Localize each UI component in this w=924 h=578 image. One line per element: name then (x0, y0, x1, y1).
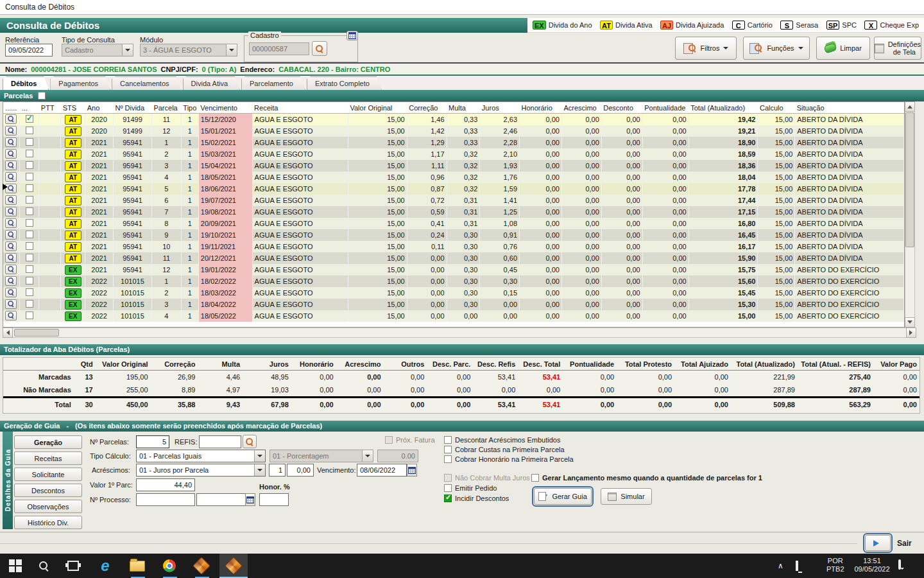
row-detail-button[interactable] (5, 149, 17, 159)
vertical-scrollbar[interactable] (905, 101, 915, 328)
table-row[interactable]: AT2021959414118/05/2021AGUA E ESGOTO15,0… (3, 171, 904, 183)
guia-checkbox-2[interactable]: Cobrar Honorário na Primeira Parcela (444, 455, 574, 463)
task-view-button[interactable] (65, 558, 81, 574)
acrescimos-qtd-input[interactable]: 1 (269, 464, 286, 477)
guia-side-button-solicitante[interactable]: Solicitante (14, 468, 82, 481)
row-detail-button[interactable] (5, 126, 17, 136)
refis-input[interactable] (199, 435, 241, 448)
refis-search-button[interactable] (243, 435, 257, 448)
row-checkbox[interactable] (26, 311, 33, 319)
row-checkbox[interactable] (26, 115, 33, 123)
honor-input[interactable] (259, 493, 289, 506)
taskbar-ie-button[interactable]: e (98, 558, 113, 574)
row-checkbox[interactable] (26, 300, 33, 308)
guia-checkbox-3[interactable]: Não Cobrar Multa Juros (444, 474, 530, 482)
row-detail-button[interactable] (5, 207, 17, 216)
table-row[interactable]: EX20221010152118/03/2022AGUA E ESGOTO15,… (3, 287, 904, 299)
n-parcelas-input[interactable]: 5 (136, 435, 169, 448)
tipo-calculo-select[interactable]: 01 - Parcelas Iguais (136, 450, 266, 462)
guia-checkbox-0[interactable]: Descontar Acréscimos Embutidos (444, 436, 560, 444)
table-row[interactable]: AT2021959419119/10/2021AGUA E ESGOTO15,0… (3, 229, 904, 241)
vencimento-input[interactable]: 08/06/2022 (357, 464, 407, 477)
row-checkbox[interactable] (26, 150, 33, 157)
language-indicator[interactable]: POR PTB2 (826, 557, 844, 574)
tab-divida-ativa[interactable]: Divida Ativa (183, 76, 240, 90)
filtros-button[interactable]: Filtros (675, 37, 737, 60)
row-detail-button[interactable] (5, 172, 17, 182)
row-detail-button[interactable] (5, 253, 17, 263)
guia-side-button-receitas[interactable]: Receitas (14, 451, 82, 465)
taskbar-app1-button[interactable] (194, 558, 209, 574)
guia-side-button-observa-es[interactable]: Observações (14, 500, 82, 513)
table-row[interactable]: EX20221010154118/05/2022AGUA E ESGOTO15,… (3, 310, 904, 322)
sair-button[interactable] (865, 535, 891, 551)
modulo-select[interactable]: 3 - ÁGUA E ESGOTO (140, 44, 237, 57)
funcoes-button[interactable]: Funções (743, 37, 810, 60)
row-checkbox[interactable] (26, 184, 33, 192)
clock[interactable]: 13:51 09/05/2022 (851, 557, 893, 574)
taskbar-explorer-button[interactable] (130, 558, 145, 574)
table-row[interactable]: AT2021959415118/06/2021AGUA E ESGOTO15,0… (3, 183, 904, 195)
prox-fatura-checkbox[interactable]: Próx. Fatura (385, 436, 435, 444)
row-detail-button[interactable] (5, 241, 17, 251)
processo-calendar-button[interactable] (245, 493, 255, 506)
row-detail-button[interactable] (5, 265, 17, 274)
scroll-right-button[interactable] (906, 328, 916, 338)
row-detail-button[interactable] (5, 195, 17, 205)
row-detail-button[interactable] (5, 299, 17, 309)
table-row[interactable]: EX20221010153118/04/2022AGUA E ESGOTO15,… (3, 299, 904, 310)
acrescimos-valor-input[interactable]: 0,00 (287, 464, 314, 477)
row-checkbox[interactable] (26, 219, 33, 227)
table-row[interactable]: AT2021959412115/03/2021AGUA E ESGOTO15,0… (3, 148, 904, 160)
row-checkbox[interactable] (26, 127, 33, 134)
porcentagem-valor-input[interactable]: 0.00 (377, 450, 418, 462)
cadastro-input[interactable]: 000000587 (249, 42, 309, 55)
row-checkbox[interactable] (26, 265, 33, 273)
row-checkbox[interactable] (26, 173, 33, 180)
scroll-up-button[interactable] (905, 101, 915, 112)
guia-checkbox-1[interactable]: Cobrar Custas na Primeira Parcela (444, 446, 565, 453)
vencimento-calendar-button[interactable] (407, 464, 417, 477)
table-row[interactable]: AT2021959416119/07/2021AGUA E ESGOTO15,0… (3, 195, 904, 206)
row-checkbox[interactable] (26, 196, 33, 204)
tab-parcelamento[interactable]: Parcelamento (241, 76, 305, 90)
taskbar-search-button[interactable] (36, 558, 51, 574)
guia-side-button-descontos[interactable]: Descontos (14, 484, 82, 497)
row-checkbox[interactable] (26, 207, 33, 215)
parcelas-checkbox[interactable] (38, 92, 46, 100)
simular-button[interactable]: Simular (601, 488, 652, 505)
acrescimos-select[interactable]: 01 - Juros por Parcela (136, 464, 266, 477)
start-button[interactable] (8, 558, 23, 574)
notification-center-icon[interactable] (898, 561, 901, 568)
guia-checkbox-4[interactable]: Gerar Lançamento mesmo quando a quantida… (531, 474, 762, 482)
processo-input[interactable] (136, 493, 195, 506)
cadastro-list-button[interactable] (346, 31, 358, 40)
row-checkbox[interactable] (26, 138, 33, 146)
valor-parc-input[interactable]: 44,40 (136, 478, 195, 491)
row-detail-button[interactable] (5, 218, 17, 228)
scroll-down-button[interactable] (905, 317, 915, 328)
row-detail-button[interactable] (5, 311, 17, 320)
guia-side-button-hist-rico-div-[interactable]: Histórico Div. (14, 516, 82, 529)
tipo-consulta-select[interactable]: Cadastro (62, 44, 133, 57)
scroll-left-button[interactable] (3, 328, 13, 338)
table-row[interactable]: AT20219594111120/12/2021AGUA E ESGOTO15,… (3, 252, 904, 264)
row-detail-button[interactable] (5, 114, 17, 124)
cadastro-search-button[interactable] (312, 41, 327, 56)
row-checkbox[interactable] (26, 254, 33, 261)
table-row[interactable]: AT2021959411115/02/2021AGUA E ESGOTO15,0… (3, 137, 904, 148)
table-row[interactable]: EX20221010151118/02/2022AGUA E ESGOTO15,… (3, 276, 904, 287)
tray-chevron-icon[interactable]: ∧ (778, 561, 783, 570)
taskbar-chrome-button[interactable] (162, 558, 177, 574)
row-checkbox[interactable] (26, 277, 33, 285)
network-icon[interactable] (796, 562, 798, 570)
horizontal-scrollbar[interactable] (3, 328, 915, 338)
tab-extrato-completo[interactable]: Extrato Completo (307, 76, 382, 90)
table-row[interactable]: AT20209149912115/01/2021AGUA E ESGOTO15,… (3, 125, 904, 137)
definicoes-tela-button[interactable]: Definiçõesde Tela (874, 37, 921, 60)
tab-cancelamentos[interactable]: Cancelamentos (112, 76, 181, 90)
table-row[interactable]: EX20219594112119/01/2022AGUA E ESGOTO15,… (3, 264, 904, 276)
table-row[interactable]: AT2021959417119/08/2021AGUA E ESGOTO15,0… (3, 206, 904, 218)
tab-débitos[interactable]: Débitos (3, 76, 49, 90)
row-detail-button[interactable] (5, 288, 17, 297)
